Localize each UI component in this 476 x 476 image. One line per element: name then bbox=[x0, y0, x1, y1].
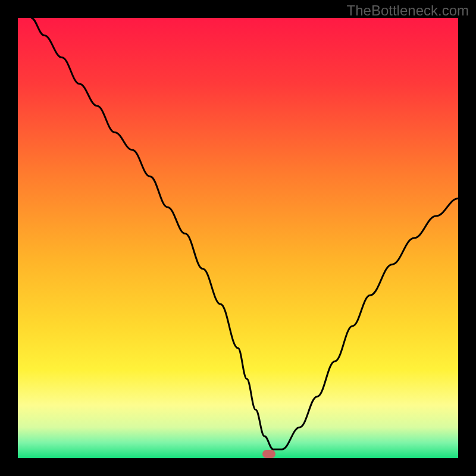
optimal-point-marker bbox=[262, 450, 275, 458]
bottleneck-curve bbox=[18, 18, 458, 458]
chart-area bbox=[18, 18, 458, 458]
watermark-label: TheBottleneck.com bbox=[347, 2, 469, 19]
